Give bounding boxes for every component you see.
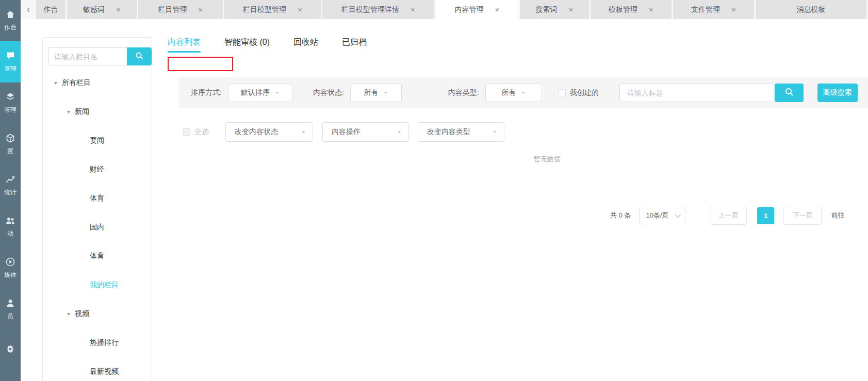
tab-template-management[interactable]: 模板管理 × (591, 0, 672, 19)
content-operation-select[interactable]: 内容操作 ▼ (322, 122, 409, 142)
tree-node-video[interactable]: ▼视频 (43, 300, 152, 328)
change-type-select[interactable]: 改变内容类型 ▼ (418, 122, 504, 142)
people-icon (5, 216, 15, 226)
type-select-value: 所有 (501, 88, 516, 97)
close-icon[interactable]: × (199, 6, 203, 13)
tab-sensitive-words[interactable]: 敏感词 × (67, 0, 137, 19)
home-icon (5, 9, 15, 20)
tree-node-headlines[interactable]: 要闻 (43, 126, 152, 155)
close-icon[interactable]: × (569, 6, 574, 13)
search-icon (135, 52, 143, 61)
close-icon[interactable]: × (495, 6, 500, 13)
content-icon (5, 51, 15, 61)
tab-column-management[interactable]: 栏目管理 × (138, 0, 223, 19)
change-type-value: 改变内容类型 (427, 127, 470, 137)
caret-down-icon[interactable]: ▼ (53, 80, 58, 85)
tree-node-label: 视频 (75, 309, 89, 319)
tab-label: 文件管理 (691, 5, 720, 14)
caret-down-icon[interactable]: ▼ (66, 311, 71, 316)
tree-node-my-columns[interactable]: 我的栏目 (43, 271, 152, 300)
tree-node-label: 体育 (90, 194, 104, 203)
tree-node-sports[interactable]: 体育 (43, 184, 152, 213)
search-icon (784, 87, 794, 98)
sidebar-item-settings[interactable]: 置 (0, 124, 21, 165)
sidebar-item-media[interactable]: 媒体 (0, 247, 21, 289)
tree-node-finance[interactable]: 财经 (43, 155, 152, 184)
column-search-button[interactable] (127, 47, 152, 65)
created-by-me-checkbox[interactable] (559, 89, 566, 96)
tab-column-model-detail[interactable]: 栏目模型管理详情 × (322, 0, 434, 19)
red-highlight-annotation (168, 57, 233, 71)
sidebar-item-statistics[interactable]: 统计 (0, 165, 21, 206)
chevron-down-icon (675, 212, 680, 218)
member-icon (5, 298, 15, 308)
tab-workbench[interactable]: 作台 (36, 0, 65, 19)
column-search (48, 47, 152, 65)
tab-column-model-management[interactable]: 栏目模型管理 × (224, 0, 321, 19)
close-icon[interactable]: × (411, 6, 415, 13)
caret-down-icon: ▼ (301, 130, 306, 134)
tree-node-latest-videos[interactable]: 最新视频 (43, 357, 152, 381)
sort-select[interactable]: 默认排序 ▼ (228, 84, 292, 102)
tab-content-management[interactable]: 内容管理 × (436, 0, 518, 19)
sort-label: 排序方式: (191, 88, 222, 97)
type-select[interactable]: 所有 ▼ (485, 84, 542, 102)
change-status-select[interactable]: 改变内容状态 ▼ (225, 122, 313, 142)
column-search-input[interactable] (48, 47, 127, 65)
tree-node-all-columns[interactable]: ▼所有栏目 (43, 69, 152, 97)
status-select[interactable]: 所有 ▼ (350, 84, 402, 102)
sidebar-item-bottom[interactable] (0, 330, 21, 371)
tree-node-sports-2[interactable]: 体育 (43, 242, 152, 271)
title-search-input[interactable] (619, 84, 774, 102)
select-all-checkbox[interactable] (183, 128, 190, 136)
current-page-button[interactable]: 1 (757, 207, 774, 224)
empty-state-text: 暂无数据 (534, 155, 561, 164)
tab-smart-review[interactable]: 智能审核 (0) (224, 37, 270, 53)
chevron-left-icon: ‹ (27, 4, 30, 15)
tab-search-words[interactable]: 搜索词 × (520, 0, 589, 19)
tab-label: 模板管理 (609, 5, 637, 14)
tree-node-domestic[interactable]: 国内 (43, 213, 152, 242)
tab-message-template[interactable]: 消息模板 (756, 0, 866, 19)
sidebar-item-content-management[interactable]: 管理 (0, 41, 21, 82)
tab-label: 栏目模型管理 (243, 5, 286, 14)
tab-label: 敏感词 (83, 5, 105, 14)
close-icon[interactable]: × (649, 6, 653, 13)
tab-label: 栏目管理 (158, 5, 187, 14)
close-icon[interactable]: × (731, 6, 736, 13)
prev-page-button[interactable]: 上一页 (710, 207, 747, 225)
sidebar-item-column-management[interactable]: 管理 (0, 82, 21, 124)
tree-node-news[interactable]: ▼新闻 (43, 97, 152, 126)
pagination: 共 0 条 10条/页 上一页 1 下一页 前往 (610, 206, 844, 225)
goto-page-label: 前往 (831, 211, 844, 220)
type-label: 内容类型: (448, 88, 479, 97)
sidebar-item-label: 员 (7, 312, 13, 321)
page-size-select[interactable]: 10条/页 (639, 207, 685, 224)
tab-content-list[interactable]: 内容列表 (168, 37, 201, 53)
sidebar-item-members[interactable]: 员 (0, 289, 21, 330)
created-by-me-label: 我创建的 (570, 88, 599, 97)
tree-node-label: 所有栏目 (62, 78, 91, 88)
close-icon[interactable]: × (298, 6, 302, 13)
next-page-button[interactable]: 下一页 (783, 207, 822, 225)
tab-file-management[interactable]: 文件管理 × (673, 0, 754, 19)
sidebar-item-workbench[interactable]: 作台 (0, 0, 21, 41)
sidebar-item-activity[interactable]: 动 (0, 206, 21, 247)
close-icon[interactable]: × (116, 6, 121, 13)
media-icon (5, 257, 15, 267)
tab-recycle-bin[interactable]: 回收站 (293, 37, 318, 53)
sidebar-item-label: 作台 (4, 23, 17, 32)
batch-action-row: 全选 改变内容状态 ▼ 内容操作 ▼ 改变内容类型 ▼ (179, 122, 504, 142)
tree-node-label: 财经 (90, 165, 104, 174)
tree-node-hot-ranking[interactable]: 热播排行 (43, 328, 152, 357)
sidebar-item-label: 管理 (4, 106, 17, 114)
sidebar-item-label: 管理 (4, 64, 17, 73)
advanced-search-button[interactable]: 高级搜索 (817, 84, 858, 102)
caret-down-icon: ▼ (493, 130, 497, 134)
title-search-button[interactable] (775, 84, 804, 102)
tab-label: 栏目模型管理详情 (341, 5, 399, 14)
caret-down-icon[interactable]: ▼ (66, 109, 71, 114)
tree-node-label: 热播排行 (90, 338, 119, 347)
tab-archived[interactable]: 已归档 (342, 37, 367, 53)
tabs-back-button[interactable]: ‹ (21, 0, 36, 19)
